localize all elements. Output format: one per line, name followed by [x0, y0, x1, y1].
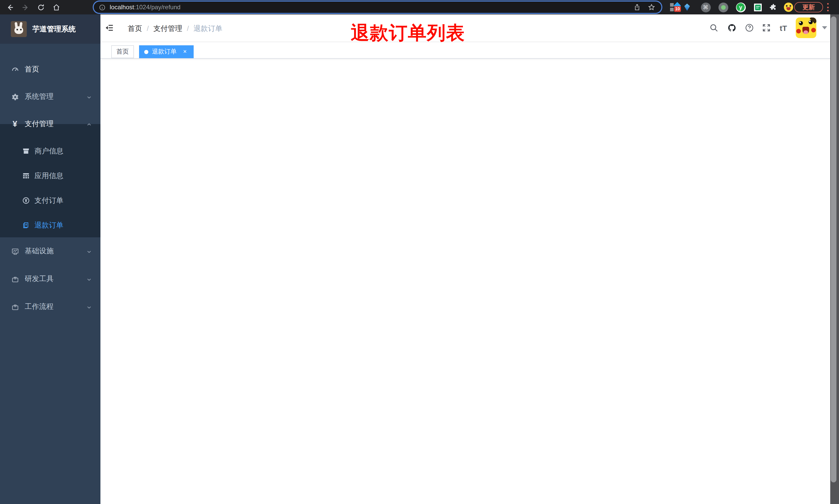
- app-logo-bar[interactable]: 芋道管理系统: [0, 14, 101, 44]
- sidebar-item-app-info[interactable]: 应用信息: [0, 163, 101, 188]
- yen-circle-icon: [22, 196, 30, 205]
- bookmark-star-icon[interactable]: [648, 4, 655, 11]
- chevron-down-icon: [86, 276, 92, 282]
- tags-view-bar: 首页 退款订单 ×: [101, 41, 830, 59]
- briefcase-icon: [11, 303, 19, 311]
- chevron-down-icon: [86, 94, 92, 100]
- browser-back-icon[interactable]: [5, 3, 14, 12]
- window-scrollbar-thumb[interactable]: [831, 17, 836, 482]
- app-title: 芋道管理系统: [33, 24, 76, 34]
- font-size-icon-text: tT: [780, 23, 787, 32]
- sidebar-item-devtools[interactable]: 研发工具: [0, 266, 101, 292]
- sidebar-item-label: 首页: [25, 65, 39, 74]
- tag-label: 退款订单: [152, 47, 177, 56]
- sidebar-item-workflow[interactable]: 工作流程: [0, 294, 101, 320]
- url-host: localhost: [110, 4, 134, 11]
- extension-kite-icon[interactable]: [682, 2, 692, 12]
- sidebar-item-refund-order[interactable]: 退款订单: [0, 213, 101, 238]
- header-search-icon[interactable]: [708, 22, 719, 34]
- tag-close-icon[interactable]: ×: [181, 48, 189, 55]
- toolbox-icon: [11, 275, 19, 283]
- extension-tampermonkey-icon[interactable]: 10: [670, 2, 680, 12]
- sidebar-item-system[interactable]: 系统管理: [0, 84, 101, 110]
- browser-home-icon[interactable]: [52, 3, 61, 12]
- browser-update-button[interactable]: 更新: [794, 2, 823, 12]
- extension-command-icon[interactable]: ⌘: [700, 2, 711, 12]
- user-avatar[interactable]: [796, 18, 816, 38]
- dashboard-icon: [11, 66, 19, 74]
- help-icon[interactable]: [744, 22, 755, 34]
- breadcrumb-home[interactable]: 首页: [128, 24, 142, 34]
- app-logo: [11, 21, 27, 37]
- gear-icon: [11, 93, 19, 101]
- document-icon: [22, 221, 30, 229]
- chevron-up-icon: [86, 121, 92, 127]
- github-icon[interactable]: [726, 22, 737, 34]
- sidebar-item-label: 研发工具: [25, 274, 54, 284]
- address-bar[interactable]: localhost:1024/pay/refund: [94, 2, 661, 13]
- breadcrumb: 首页 / 支付管理 / 退款订单: [128, 24, 222, 34]
- extension-emoji-icon[interactable]: [783, 2, 794, 12]
- browser-reload-icon[interactable]: [36, 3, 45, 12]
- font-size-icon[interactable]: tT: [778, 22, 789, 34]
- site-info-icon[interactable]: [99, 4, 106, 11]
- extension-y-icon[interactable]: y: [735, 2, 746, 12]
- sidebar-item-label: 应用信息: [35, 171, 64, 180]
- monitor-chart-icon: [11, 247, 19, 255]
- browser-menu-icon[interactable]: [827, 3, 829, 13]
- share-icon[interactable]: [633, 4, 641, 11]
- update-label: 更新: [802, 3, 815, 12]
- sidebar-item-merchant-info[interactable]: 商户信息: [0, 139, 101, 164]
- window-scrollbar-track: [830, 14, 839, 504]
- extension-green-dot-icon[interactable]: [718, 2, 728, 12]
- breadcrumb-separator: /: [147, 24, 149, 34]
- active-tag-dot: [144, 50, 148, 54]
- page-content: [101, 59, 830, 504]
- url-text[interactable]: localhost:1024/pay/refund: [110, 4, 180, 11]
- extension-chat-icon[interactable]: [752, 2, 763, 12]
- yen-icon: ¥: [11, 120, 19, 128]
- sidebar-item-label: 商户信息: [35, 146, 64, 156]
- sidebar-collapse-icon[interactable]: [105, 23, 114, 32]
- tag-label: 首页: [117, 47, 129, 56]
- avatar-dropdown-caret[interactable]: [822, 26, 827, 29]
- extensions-puzzle-icon[interactable]: [768, 2, 778, 12]
- sidebar-item-home[interactable]: 首页: [0, 57, 101, 83]
- sidebar-item-pay-order[interactable]: 支付订单: [0, 188, 101, 213]
- tag-refund-order[interactable]: 退款订单 ×: [139, 45, 194, 58]
- sidebar-item-label: 系统管理: [25, 92, 54, 102]
- extension-badge: 10: [674, 6, 681, 12]
- screen: localhost:1024/pay/refund 10 ⌘: [0, 0, 839, 504]
- sidebar-item-infra[interactable]: 基础设施: [0, 238, 101, 264]
- sidebar-item-label: 工作流程: [25, 302, 54, 311]
- storefront-icon: [22, 147, 30, 155]
- sidebar: 芋道管理系统 首页 系统管理 ¥ 支付管理: [0, 14, 101, 504]
- sidebar-item-label: 支付订单: [35, 196, 64, 205]
- browser-forward-icon[interactable]: [21, 3, 30, 12]
- url-path: :1024/pay/refund: [134, 4, 180, 11]
- sidebar-item-label: 支付管理: [25, 120, 54, 129]
- chevron-down-icon: [86, 304, 92, 310]
- tag-home[interactable]: 首页: [111, 45, 134, 58]
- breadcrumb-pay[interactable]: 支付管理: [154, 24, 182, 34]
- breadcrumb-current: 退款订单: [194, 24, 222, 34]
- sidebar-item-label: 基础设施: [25, 247, 54, 256]
- page-annotation-title: 退款订单列表: [351, 21, 465, 46]
- breadcrumb-separator: /: [187, 24, 189, 34]
- grid-table-icon: [22, 172, 30, 180]
- browser-toolbar: localhost:1024/pay/refund 10 ⌘: [0, 0, 839, 14]
- sidebar-item-pay[interactable]: ¥ 支付管理: [0, 111, 101, 137]
- fullscreen-icon[interactable]: [761, 22, 772, 34]
- sidebar-item-label: 退款订单: [35, 221, 64, 230]
- chevron-down-icon: [86, 248, 92, 254]
